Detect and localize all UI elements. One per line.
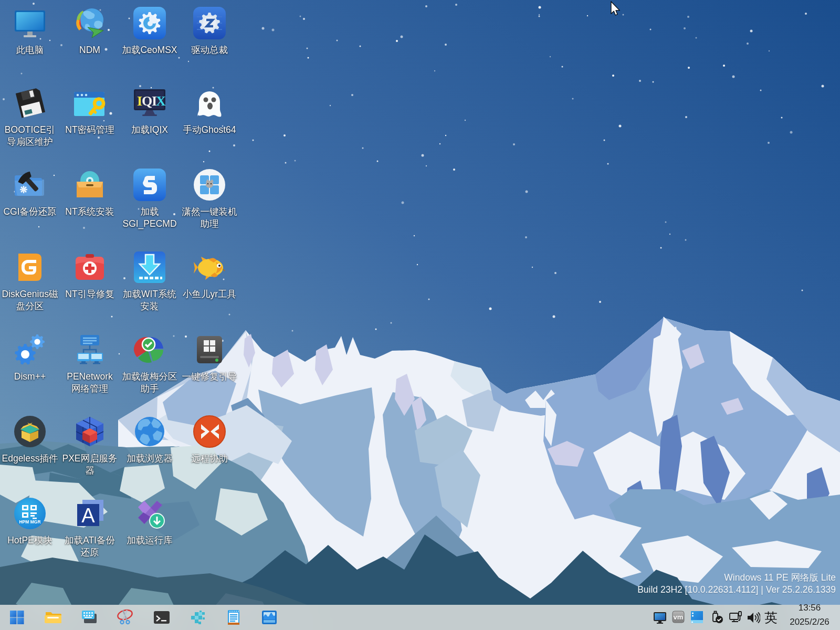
svg-text:vm: vm (674, 613, 684, 621)
svg-text:X: X (156, 93, 166, 109)
svg-text:A: A (81, 505, 95, 527)
svg-text:Q: Q (142, 93, 152, 109)
svg-text:HPM MGR: HPM MGR (19, 519, 40, 524)
